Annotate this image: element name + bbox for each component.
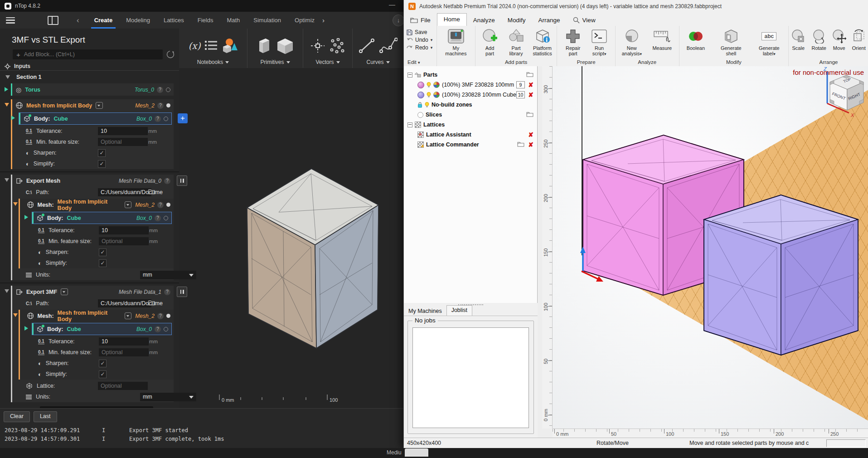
help-icon[interactable]: ? [155, 326, 161, 332]
collapse-triangle-icon[interactable] [13, 202, 18, 206]
min-feature-input[interactable]: Optional [99, 237, 149, 245]
visibility-dot-icon[interactable] [166, 314, 170, 318]
folder-icon[interactable] [526, 72, 533, 77]
menu-home[interactable]: Home [437, 13, 467, 26]
visibility-dot-icon[interactable] [164, 327, 168, 331]
simplify-checkbox[interactable]: ✓ [99, 370, 107, 378]
units-dropdown[interactable]: mm [140, 393, 196, 401]
collapse-triangle-icon[interactable] [5, 178, 9, 182]
shapes-icon[interactable] [222, 39, 238, 53]
menu-view[interactable]: View [567, 15, 602, 26]
collapse-triangle-icon[interactable] [13, 313, 18, 317]
tree-row-no-build-zones[interactable]: No-build zones [404, 100, 537, 110]
help-icon[interactable]: ? [155, 215, 161, 221]
palette-icon[interactable] [433, 92, 440, 98]
body-cube-row[interactable]: Body: Cube Box_0 ? [32, 212, 172, 224]
generate-shell-button[interactable]: Generate shell [713, 27, 750, 56]
tab-my-machines[interactable]: My Machines [404, 307, 446, 316]
sharpen-checkbox[interactable]: ✓ [98, 149, 106, 157]
curve-icon[interactable] [379, 38, 398, 54]
visibility-dot-icon[interactable] [166, 88, 170, 92]
curves-group-label[interactable]: Curves [366, 59, 389, 65]
tree-row-parts[interactable]: Parts [404, 70, 537, 80]
cube-primitive-icon[interactable] [276, 38, 294, 54]
expand-triangle-icon[interactable] [11, 116, 15, 120]
point-cloud-icon[interactable] [329, 38, 344, 54]
folder-icon[interactable] [148, 189, 155, 195]
delete-x-icon[interactable]: ✘ [528, 131, 533, 138]
folder-icon[interactable] [517, 141, 524, 147]
point-icon[interactable] [311, 39, 325, 53]
menu-arrange[interactable]: Arrange [532, 15, 567, 26]
boolean-button[interactable]: Boolean [680, 27, 712, 51]
minimize-button[interactable]: — [389, 1, 395, 8]
torus-block[interactable]: ◎ Torus Torus_0 ? [11, 83, 174, 96]
new-analysis-button[interactable]: New analysis▾ [617, 27, 646, 57]
mesh-reference-block[interactable]: Mesh: Mesh from Implicit Body Mesh_2 ? [19, 310, 174, 380]
save-button[interactable]: Save [407, 29, 436, 35]
run-script-button[interactable]: Run script▾ [587, 27, 612, 57]
simplify-checkbox[interactable]: ✓ [99, 259, 107, 267]
render-quality-label[interactable]: Mediu [387, 449, 402, 456]
last-button[interactable]: Last [34, 411, 57, 422]
add-part-button[interactable]: Add part [477, 27, 503, 56]
sharpen-checkbox[interactable]: ✓ [99, 360, 107, 367]
help-icon[interactable]: ? [164, 289, 170, 295]
add-block-plus-button[interactable]: + [178, 113, 188, 123]
palette-icon[interactable] [433, 82, 440, 88]
menu-analyze[interactable]: Analyze [467, 15, 501, 26]
tab-create[interactable]: Create [87, 12, 119, 29]
help-icon[interactable]: ? [157, 102, 164, 109]
min-feature-input[interactable]: Optional [99, 348, 149, 356]
lattice-input[interactable]: Optional [98, 382, 148, 390]
orient-button[interactable]: Orient [849, 27, 868, 51]
tab-lattices[interactable]: Lattices [157, 12, 191, 29]
platform-statistics-button[interactable]: Platform statistics [530, 27, 555, 56]
tree-row-lattices[interactable]: Lattices [404, 120, 537, 130]
visibility-dot-icon[interactable] [164, 216, 168, 220]
clear-button[interactable]: Clear [4, 411, 30, 422]
mesh-from-implicit-body-block[interactable]: Mesh from Implicit Body Mesh_2 ? Body: C… [11, 99, 174, 169]
purple-cube[interactable] [704, 195, 858, 355]
tab-modeling[interactable]: Modeling [119, 12, 157, 29]
bulb-icon[interactable] [427, 92, 431, 98]
pause-button[interactable] [177, 287, 187, 297]
tab-overflow-chevron[interactable]: › [322, 16, 325, 24]
export-mesh-block[interactable]: Export Mesh Mesh File Data_0 ? C:\ Path:… [11, 175, 174, 280]
tab-fields[interactable]: Fields [191, 12, 220, 29]
primitives-group-label[interactable]: Primitives [260, 59, 290, 65]
body-cube-row[interactable]: Body: Cube Box_0 ? + [19, 112, 172, 125]
tolerance-input[interactable]: 10 [98, 127, 148, 135]
visibility-dot-icon[interactable] [166, 103, 170, 107]
part-count-spinbox[interactable]: 10 [516, 91, 525, 98]
redo-button[interactable]: Redo ▾ [407, 44, 436, 51]
ntop-3d-viewport[interactable]: 0 mm 100 [179, 68, 403, 408]
netfabb-3d-viewport[interactable]: TOP FRONT RIGHT Z X for non-commercial u… [553, 66, 868, 429]
panel-layout-icon[interactable] [48, 16, 58, 25]
back-chevron-icon[interactable]: ‹ [77, 16, 79, 25]
tree-row-slices[interactable]: Slices [404, 110, 537, 120]
collapse-triangle-icon[interactable] [5, 103, 9, 107]
tree-row-part-cube[interactable]: (100%) 230828 100mm Cube 10 ✘ [404, 90, 537, 100]
delete-x-icon[interactable]: ✘ [528, 141, 533, 148]
expand-triangle-icon[interactable] [5, 87, 8, 92]
undo-button[interactable]: Undo ▾ [407, 37, 436, 43]
menu-file[interactable]: File [404, 15, 437, 26]
scale-button[interactable]: Scale [789, 27, 808, 51]
repair-part-button[interactable]: Repair part [560, 27, 586, 56]
slab-primitive-icon[interactable] [257, 38, 272, 54]
help-icon[interactable]: ? [157, 202, 164, 208]
delete-x-icon[interactable]: ✘ [528, 91, 533, 98]
path-input[interactable]: C:/Users/duann/Docume [98, 188, 151, 196]
collapse-expander-icon[interactable] [407, 73, 412, 78]
help-icon[interactable]: ? [157, 313, 164, 319]
collapse-triangle-icon[interactable] [5, 289, 9, 293]
units-dropdown[interactable]: mm [140, 271, 196, 279]
tab-optimization[interactable]: Optimiz [288, 12, 321, 29]
export-3mf-block[interactable]: Export 3MF Mesh File Data_1 ? C:\ Path: … [11, 286, 174, 402]
tree-row-lattice-commander[interactable]: Lattice Commander ✘ [404, 140, 537, 150]
delete-x-icon[interactable]: ✘ [528, 81, 533, 88]
tab-math[interactable]: Math [220, 12, 247, 29]
collapse-expander-icon[interactable] [407, 122, 412, 127]
block-dropdown-icon[interactable] [125, 201, 132, 208]
